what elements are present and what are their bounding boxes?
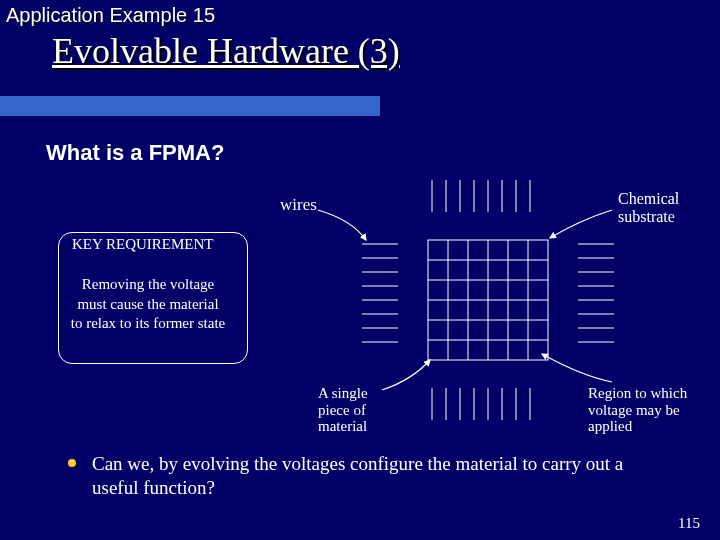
key-requirement-body: Removing the voltage must cause the mate… <box>70 275 226 334</box>
bullet-dot-icon <box>68 459 76 467</box>
super-title: Application Example 15 <box>6 4 215 27</box>
accent-bar <box>0 96 380 116</box>
fpma-diagram <box>312 180 622 440</box>
section-heading: What is a FPMA? <box>46 140 224 166</box>
bullet-text: Can we, by evolving the voltages configu… <box>92 452 668 500</box>
bullet-item: Can we, by evolving the voltages configu… <box>68 452 668 500</box>
key-requirement-heading: KEY REQUIREMENT <box>72 236 214 253</box>
fpma-diagram-svg <box>312 180 622 440</box>
page-number: 115 <box>678 515 700 532</box>
label-chemical-substrate: Chemical substrate <box>618 190 690 225</box>
slide-title: Evolvable Hardware (3) <box>52 30 400 72</box>
